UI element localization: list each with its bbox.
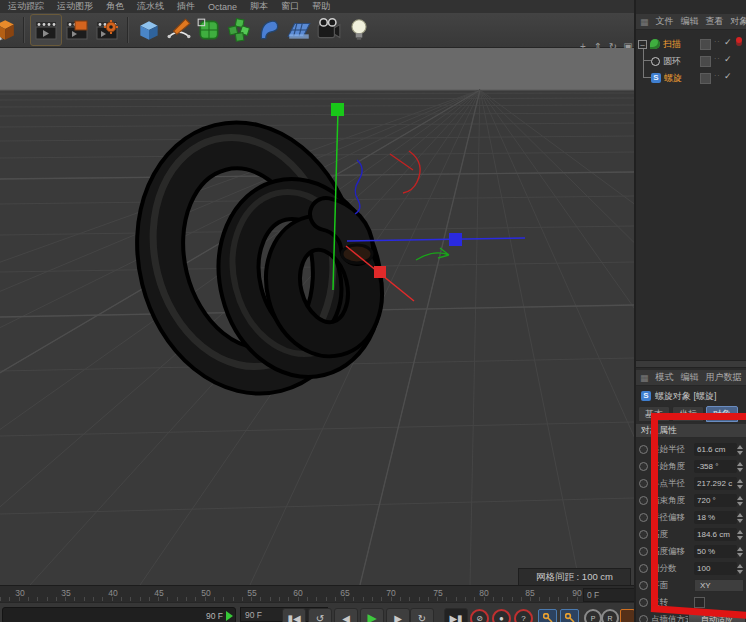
spinner-icon[interactable] bbox=[737, 530, 743, 540]
record-parameter-key-icon[interactable] bbox=[560, 609, 579, 622]
cube-tool-icon[interactable] bbox=[0, 15, 18, 45]
am-menu-edit[interactable]: 编辑 bbox=[681, 371, 699, 384]
property-value-field[interactable]: 18 % bbox=[694, 511, 737, 524]
om-menu-file[interactable]: 文件 bbox=[656, 15, 674, 28]
anim-dot-icon[interactable] bbox=[639, 547, 648, 556]
anim-dot-icon[interactable] bbox=[639, 564, 648, 573]
light-icon[interactable] bbox=[344, 15, 374, 45]
anim-dot-icon[interactable] bbox=[639, 445, 648, 454]
anim-dot-icon[interactable] bbox=[639, 581, 648, 590]
property-value-field[interactable]: 50 % bbox=[694, 545, 737, 558]
anim-dot-icon[interactable] bbox=[639, 462, 648, 471]
deformer-icon[interactable] bbox=[254, 15, 284, 45]
panel-menu-icon[interactable]: ▦ bbox=[640, 373, 649, 383]
am-menu-userdata[interactable]: 用户数据 bbox=[706, 371, 742, 384]
panel-menu-icon[interactable]: ▦ bbox=[640, 17, 649, 27]
layer-square-icon[interactable] bbox=[700, 56, 711, 67]
spinner-icon[interactable] bbox=[737, 462, 743, 472]
spinner-icon[interactable] bbox=[737, 445, 743, 455]
anim-dot-icon[interactable] bbox=[639, 513, 648, 522]
menu-mograph[interactable]: 运动图形 bbox=[57, 0, 93, 13]
menu-script[interactable]: 脚本 bbox=[250, 0, 268, 13]
mograph-icon[interactable] bbox=[224, 15, 254, 45]
previous-key-button[interactable]: ↺ bbox=[308, 608, 332, 622]
object-row-circle[interactable]: 圆环 bbox=[651, 53, 681, 69]
next-frame-button[interactable]: ▶ bbox=[386, 608, 410, 622]
autokeying-icon[interactable]: ● bbox=[492, 609, 511, 622]
spinner-icon[interactable] bbox=[737, 547, 743, 557]
object-row-sweep[interactable]: – 扫描 bbox=[638, 36, 681, 52]
property-value-field[interactable]: 720 ° bbox=[694, 494, 737, 507]
om-menu-objects[interactable]: 对象 bbox=[731, 15, 746, 28]
floor-icon[interactable] bbox=[284, 15, 314, 45]
render-picture-viewer-icon[interactable] bbox=[62, 15, 92, 45]
visibility-dots-icon[interactable]: ·· bbox=[714, 55, 721, 62]
menu-plugins[interactable]: 插件 bbox=[177, 0, 195, 13]
menu-window[interactable]: 窗口 bbox=[281, 0, 299, 13]
am-menu-mode[interactable]: 模式 bbox=[656, 371, 674, 384]
play-forwards-button[interactable]: ▶ bbox=[360, 608, 384, 622]
menu-pipeline[interactable]: 流水线 bbox=[137, 0, 164, 13]
menu-help[interactable]: 帮助 bbox=[312, 0, 330, 13]
playhead-handle-icon[interactable] bbox=[226, 611, 233, 621]
anim-dot-icon[interactable] bbox=[639, 530, 648, 539]
record-position-toggle-icon[interactable]: P bbox=[584, 609, 602, 622]
record-rotation-toggle-icon[interactable]: R bbox=[601, 609, 619, 622]
object-label[interactable]: 螺旋 bbox=[664, 72, 682, 85]
property-value-field[interactable]: 61.6 cm bbox=[694, 443, 737, 456]
spinner-icon[interactable] bbox=[737, 496, 743, 506]
spinner-icon[interactable] bbox=[737, 513, 743, 523]
enable-check-icon[interactable]: ✓ bbox=[724, 71, 732, 81]
render-view-icon[interactable] bbox=[30, 14, 62, 46]
perspective-viewport[interactable] bbox=[0, 48, 634, 585]
goto-end-button[interactable]: ▶▮ bbox=[444, 608, 468, 622]
keyframe-selection-icon[interactable]: ? bbox=[514, 609, 533, 622]
layer-square-icon[interactable] bbox=[700, 73, 711, 84]
enable-check-icon[interactable]: ✓ bbox=[724, 54, 732, 64]
spline-pen-icon[interactable] bbox=[164, 15, 194, 45]
frame-end-field[interactable]: 0 F bbox=[583, 588, 637, 602]
menu-character[interactable]: 角色 bbox=[106, 0, 124, 13]
visibility-dots-icon[interactable]: ·· bbox=[714, 72, 721, 79]
next-key-button[interactable]: ↻ bbox=[410, 608, 434, 622]
x-axis-handle[interactable] bbox=[374, 266, 386, 278]
om-menu-edit[interactable]: 编辑 bbox=[681, 15, 699, 28]
expand-icon[interactable]: – bbox=[638, 40, 647, 49]
object-row-helix[interactable]: S 螺旋 bbox=[651, 70, 682, 86]
record-position-key-icon[interactable] bbox=[538, 609, 557, 622]
spinner-icon[interactable] bbox=[737, 479, 743, 489]
anim-dot-icon[interactable] bbox=[639, 615, 648, 622]
record-active-objects-icon[interactable]: ⊘ bbox=[470, 609, 489, 622]
object-label[interactable]: 扫描 bbox=[663, 38, 681, 51]
property-value-field[interactable]: 184.6 cm bbox=[694, 528, 737, 541]
camera-icon[interactable] bbox=[314, 15, 344, 45]
anim-dot-icon[interactable] bbox=[639, 598, 648, 607]
z-axis-handle[interactable] bbox=[449, 233, 462, 246]
goto-start-button[interactable]: ▮◀ bbox=[282, 608, 306, 622]
property-value-field[interactable]: -358 ° bbox=[694, 460, 737, 473]
visibility-dots-icon[interactable]: ·· bbox=[714, 38, 721, 45]
plane-dropdown[interactable]: XY bbox=[694, 579, 744, 592]
render-settings-icon[interactable] bbox=[92, 15, 122, 45]
y-axis-handle[interactable] bbox=[331, 103, 344, 116]
enable-check-icon[interactable]: ✓ bbox=[724, 37, 732, 47]
property-value-field[interactable]: 100 bbox=[694, 562, 737, 575]
visibility-red-dot-icon[interactable] bbox=[736, 37, 742, 43]
reverse-checkbox[interactable] bbox=[694, 597, 705, 608]
anim-dot-icon[interactable] bbox=[639, 479, 648, 488]
property-value-field[interactable]: 217.292 c bbox=[694, 477, 737, 490]
keyframe-presets-icon[interactable] bbox=[620, 609, 635, 622]
om-menu-view[interactable]: 查看 bbox=[706, 15, 724, 28]
timeline-ruler[interactable]: 30 35 40 45 50 55 60 65 70 75 80 85 90 bbox=[0, 585, 634, 602]
menu-octane[interactable]: Octane bbox=[208, 2, 237, 12]
menu-motion-tracker[interactable]: 运动跟踪 bbox=[8, 0, 44, 13]
subdivision-surface-icon[interactable] bbox=[194, 15, 224, 45]
object-label[interactable]: 圆环 bbox=[663, 55, 681, 68]
play-backwards-button[interactable]: ◀ bbox=[334, 608, 358, 622]
panel-splitter[interactable] bbox=[636, 360, 746, 368]
layer-square-icon[interactable] bbox=[700, 39, 711, 50]
spinner-icon[interactable] bbox=[737, 564, 743, 574]
timeline-powerslider[interactable]: 90 F bbox=[2, 607, 236, 622]
anim-dot-icon[interactable] bbox=[639, 496, 648, 505]
primitive-cube-icon[interactable] bbox=[134, 15, 164, 45]
